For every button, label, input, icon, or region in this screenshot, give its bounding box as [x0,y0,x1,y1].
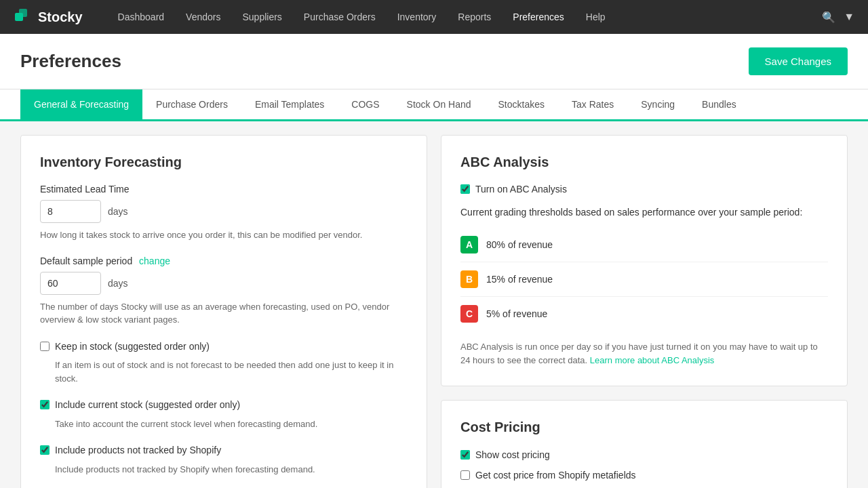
save-changes-button[interactable]: Save Changes [749,47,848,75]
grade-b-item: B 15% of revenue [460,262,828,297]
grade-b-text: 15% of revenue [486,274,553,285]
keep-in-stock-label[interactable]: Keep in stock (suggested order only) [55,340,210,354]
abc-analysis-card: ABC Analysis Turn on ABC Analysis Curren… [441,135,848,386]
sample-period-change-link[interactable]: change [139,256,170,266]
tab-cogs[interactable]: COGS [338,89,393,121]
tab-general-forecasting[interactable]: General & Forecasting [20,89,142,121]
grade-a-item: A 80% of revenue [460,228,828,262]
nav-preferences[interactable]: Preferences [505,6,572,28]
include-untracked-desc: Include products not tracked by Shopify … [55,463,408,476]
include-current-stock-desc: Take into account the current stock leve… [55,418,408,431]
nav-right: 🔍 ▼ [822,11,854,24]
page-header: Preferences Save Changes [0,34,868,89]
cost-pricing-title: Cost Pricing [460,420,828,435]
metafields-label[interactable]: Get cost price from Shopify metafields [475,469,636,483]
sample-period-input[interactable] [40,272,101,295]
user-menu-icon[interactable]: ▼ [844,11,854,23]
nav-help[interactable]: Help [578,6,614,28]
sample-period-label: Default sample period change [40,256,408,266]
nav-inventory[interactable]: Inventory [389,6,445,28]
logo-icon [14,7,33,26]
turn-on-abc-label[interactable]: Turn on ABC Analysis [475,184,567,195]
lead-time-row: days [40,200,408,223]
show-cost-pricing-row: Show cost pricing [460,449,828,462]
nav-reports[interactable]: Reports [450,6,499,28]
nav-vendors[interactable]: Vendors [178,6,229,28]
tab-stocktakes[interactable]: Stocktakes [485,89,558,121]
top-navigation: Stocky Dashboard Vendors Suppliers Purch… [0,0,868,34]
keep-in-stock-checkbox[interactable] [40,342,50,351]
search-icon[interactable]: 🔍 [822,11,835,24]
tab-tax-rates[interactable]: Tax Rates [558,89,627,121]
include-untracked-row: Include products not tracked by Shopify [40,444,408,458]
abc-threshold-desc: Current grading thresholds based on sale… [460,205,828,220]
include-untracked-checkbox[interactable] [40,445,50,455]
inventory-forecasting-title: Inventory Forecasting [40,155,408,170]
page-title: Preferences [20,51,121,72]
nav-suppliers[interactable]: Suppliers [234,6,290,28]
tab-bundles[interactable]: Bundles [688,89,750,121]
show-cost-pricing-checkbox[interactable] [460,450,470,460]
keep-in-stock-row: Keep in stock (suggested order only) [40,340,408,354]
logo-text: Stocky [38,9,83,25]
abc-learn-more-link[interactable]: Learn more about ABC Analysis [590,355,715,365]
grade-a-text: 80% of revenue [486,239,553,250]
nav-links: Dashboard Vendors Suppliers Purchase Ord… [110,6,823,28]
abc-grades-list: A 80% of revenue B 15% of revenue C 5% o… [460,228,828,331]
nav-purchase-orders[interactable]: Purchase Orders [296,6,384,28]
include-current-stock-row: Include current stock (suggested order o… [40,399,408,412]
tab-email-templates[interactable]: Email Templates [241,89,338,121]
include-current-stock-checkbox[interactable] [40,400,50,409]
turn-on-abc-row: Turn on ABC Analysis [460,184,828,195]
sample-period-desc: The number of days Stocky will use as an… [40,300,408,327]
lead-time-input[interactable] [40,200,101,223]
abc-analysis-title: ABC Analysis [460,155,828,170]
metafields-row: Get cost price from Shopify metafields [460,469,828,483]
lead-time-label: Estimated Lead Time [40,184,408,195]
sample-period-unit: days [108,278,128,289]
turn-on-abc-checkbox[interactable] [460,184,470,194]
main-content: Inventory Forecasting Estimated Lead Tim… [0,121,868,488]
metafields-checkbox[interactable] [460,470,470,480]
grade-a-badge: A [460,236,478,253]
svg-rect-1 [19,9,27,17]
grade-c-item: C 5% of revenue [460,297,828,331]
tab-purchase-orders[interactable]: Purchase Orders [142,89,241,121]
tab-stock-on-hand[interactable]: Stock On Hand [393,89,485,121]
app-logo[interactable]: Stocky [14,7,83,26]
include-untracked-label[interactable]: Include products not tracked by Shopify [55,444,221,458]
cost-pricing-card: Cost Pricing Show cost pricing Get cost … [441,400,848,488]
include-current-stock-label[interactable]: Include current stock (suggested order o… [55,399,240,412]
show-cost-pricing-label[interactable]: Show cost pricing [475,449,550,462]
grade-c-badge: C [460,305,478,323]
sample-period-row: days [40,272,408,295]
right-cards: ABC Analysis Turn on ABC Analysis Curren… [441,135,848,488]
keep-in-stock-desc: If an item is out of stock and is not fo… [55,359,408,385]
lead-time-desc: How long it takes stock to arrive once y… [40,228,408,242]
lead-time-unit: days [108,206,128,217]
grade-b-badge: B [460,270,478,288]
nav-dashboard[interactable]: Dashboard [110,6,173,28]
tabs-bar: General & Forecasting Purchase Orders Em… [0,89,868,121]
tab-syncing[interactable]: Syncing [627,89,688,121]
abc-note: ABC Analysis is run once per day so if y… [460,340,828,367]
grade-c-text: 5% of revenue [486,308,547,319]
inventory-forecasting-card: Inventory Forecasting Estimated Lead Tim… [20,135,427,488]
